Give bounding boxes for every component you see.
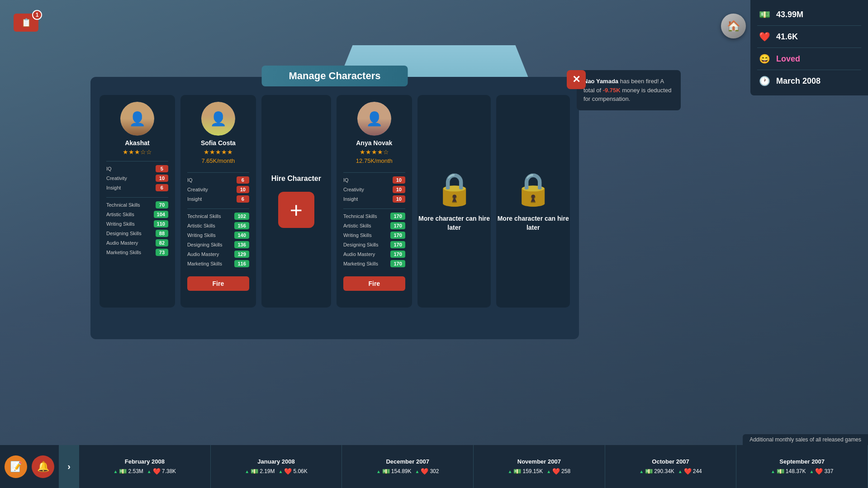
writing-value-akashat: 110 <box>154 220 168 227</box>
salary-sofia: 7.65K/month <box>202 157 235 164</box>
sales-banner: Additional monthly sales of all released… <box>743 434 868 445</box>
insight-value-akashat: 6 <box>156 184 168 191</box>
lock-icon-2: 🔒 <box>513 171 553 208</box>
hire-character-card: Hire Character + <box>261 95 331 308</box>
designing-value-sofia: 136 <box>234 241 249 248</box>
hud-money: 43.99M <box>776 10 803 19</box>
technical-value-sofia: 102 <box>234 213 249 220</box>
designing-value-anya: 170 <box>390 241 405 248</box>
creativity-value-anya: 10 <box>393 186 405 193</box>
stars-anya: ★★★★☆ <box>360 148 389 156</box>
clock-icon: 🕐 <box>757 74 772 88</box>
stat-designing-anya: Designing Skills 170 <box>343 241 405 248</box>
stat-insight-akashat: Insight 6 <box>106 184 168 191</box>
audio-value-sofia: 129 <box>234 251 249 258</box>
insight-value-anya: 10 <box>393 195 405 203</box>
bottom-bar: 📝 🔔 › February 2008 ▲ 💵 2.53M ▲ ❤️ 7.38K <box>0 445 868 488</box>
designing-value-akashat: 88 <box>156 230 168 237</box>
stat-writing-akashat: Writing Skills 110 <box>106 220 168 227</box>
avatar-sofia: 👤 <box>201 102 235 136</box>
locked-text-1: More character can hire later <box>417 214 491 232</box>
timeline-prev-button[interactable]: › <box>59 445 79 488</box>
stat-creativity-akashat: Creativity 10 <box>106 175 168 182</box>
writing-value-sofia: 140 <box>234 232 249 239</box>
stat-insight-sofia: Insight 6 <box>187 195 249 203</box>
artistic-value-akashat: 104 <box>154 211 168 218</box>
timeline-month-3: November 2007 <box>517 458 561 465</box>
timeline-month-0: February 2008 <box>125 458 165 465</box>
hud-date-row: 🕐 March 2008 <box>757 71 861 91</box>
fire-button-anya[interactable]: Fire <box>343 276 405 291</box>
timeline-entry-5: September 2007 ▲ 💵 148.37K ▲ ❤️ 337 <box>736 445 868 488</box>
stars-sofia: ★★★★★ <box>204 148 233 156</box>
hud-fans: 41.6K <box>776 32 798 42</box>
timeline-month-5: September 2007 <box>779 458 825 465</box>
timeline-money-3: ▲ 💵 159.15K <box>508 468 543 475</box>
mood-icon: 😄 <box>757 52 772 66</box>
artistic-value-sofia: 156 <box>234 222 249 229</box>
stat-creativity-anya: Creativity 10 <box>343 186 405 193</box>
stat-audio-anya: Audio Mastery 170 <box>343 251 405 258</box>
stat-writing-anya: Writing Skills 170 <box>343 232 405 239</box>
avatar-akashat: 👤 <box>120 102 154 136</box>
fire-button-sofia[interactable]: Fire <box>187 276 249 291</box>
fired-notification-panel: Nao Yamada has been fired! A total of -9… <box>577 70 681 110</box>
notification-button[interactable]: 📋 1 <box>14 14 38 32</box>
stat-iq-sofia: IQ 6 <box>187 176 249 184</box>
timeline-entry-0: February 2008 ▲ 💵 2.53M ▲ ❤️ 7.38K <box>79 445 211 488</box>
deducted-amount: -9.75K <box>603 87 621 94</box>
character-card-akashat: 👤 Akashat ★★★☆☆ IQ 5 Creativity 10 Insig… <box>100 95 175 308</box>
hud-fans-row: ❤️ 41.6K <box>757 27 861 47</box>
stat-marketing-anya: Marketing Skills 170 <box>343 260 405 267</box>
stat-technical-akashat: Technical Skills 70 <box>106 201 168 208</box>
modal-close-button[interactable]: ✕ <box>567 70 586 89</box>
stat-marketing-sofia: Marketing Skills 116 <box>187 260 249 267</box>
hud-panel: 💵 43.99M ❤️ 41.6K 😄 Loved 🕐 March 2008 <box>750 0 868 95</box>
timeline-fans-4: ▲ ❤️ 244 <box>678 468 702 475</box>
notification-badge: 1 <box>32 10 42 20</box>
artistic-value-anya: 170 <box>390 222 405 229</box>
hud-mood: Loved <box>776 54 800 64</box>
timeline-money-2: ▲ 💵 154.89K <box>376 468 412 475</box>
hire-plus-button[interactable]: + <box>278 192 314 228</box>
notifications-button[interactable]: 🔔 <box>32 455 54 478</box>
iq-value-sofia: 6 <box>237 176 249 184</box>
stat-writing-sofia: Writing Skills 140 <box>187 232 249 239</box>
timeline-month-2: December 2007 <box>386 458 429 465</box>
hud-mood-row: 😄 Loved <box>757 49 861 69</box>
avatar-anya: 👤 <box>357 102 391 136</box>
char-name-akashat: Akashat <box>125 139 149 147</box>
iq-value-akashat: 5 <box>156 165 168 172</box>
stat-technical-sofia: Technical Skills 102 <box>187 213 249 220</box>
hire-title: Hire Character <box>271 175 321 183</box>
timeline-fans-3: ▲ ❤️ 258 <box>546 468 570 475</box>
stat-insight-anya: Insight 10 <box>343 195 405 203</box>
stat-audio-sofia: Audio Mastery 129 <box>187 251 249 258</box>
stars-akashat: ★★★☆☆ <box>123 148 152 156</box>
marketing-value-akashat: 73 <box>156 249 168 256</box>
tasks-button[interactable]: 📝 <box>5 455 27 478</box>
timeline-entry-4: October 2007 ▲ 💵 290.34K ▲ ❤️ 244 <box>605 445 737 488</box>
stat-marketing-akashat: Marketing Skills 73 <box>106 249 168 256</box>
marketing-value-anya: 170 <box>390 260 405 267</box>
timeline-stats-1: ▲ 💵 2.19M ▲ ❤️ 5.06K <box>245 468 308 475</box>
characters-grid: 👤 Akashat ★★★☆☆ IQ 5 Creativity 10 Insig… <box>100 95 570 308</box>
timeline-entry-1: January 2008 ▲ 💵 2.19M ▲ ❤️ 5.06K <box>211 445 342 488</box>
timeline-fans-0: ▲ ❤️ 7.38K <box>147 468 176 475</box>
money-icon: 💵 <box>757 7 772 22</box>
home-button[interactable]: 🏠 <box>721 14 746 38</box>
timeline-stats-3: ▲ 💵 159.15K ▲ ❤️ 258 <box>508 468 571 475</box>
hud-money-row: 💵 43.99M <box>757 5 861 24</box>
timeline-entry-2: December 2007 ▲ 💵 154.89K ▲ ❤️ 302 <box>342 445 474 488</box>
stat-technical-anya: Technical Skills 170 <box>343 213 405 220</box>
timeline-money-4: ▲ 💵 290.34K <box>639 468 674 475</box>
locked-slot-1: 🔒 More character can hire later <box>417 95 491 308</box>
stat-iq-akashat: IQ 5 <box>106 165 168 172</box>
marketing-value-sofia: 116 <box>234 260 249 267</box>
modal-title: Manage Characters <box>262 66 408 86</box>
creativity-value-sofia: 10 <box>237 186 249 193</box>
hud-date: March 2008 <box>776 76 821 86</box>
stat-artistic-akashat: Artistic Skills 104 <box>106 211 168 218</box>
timeline-month-1: January 2008 <box>257 458 294 465</box>
fans-icon: ❤️ <box>757 29 772 44</box>
